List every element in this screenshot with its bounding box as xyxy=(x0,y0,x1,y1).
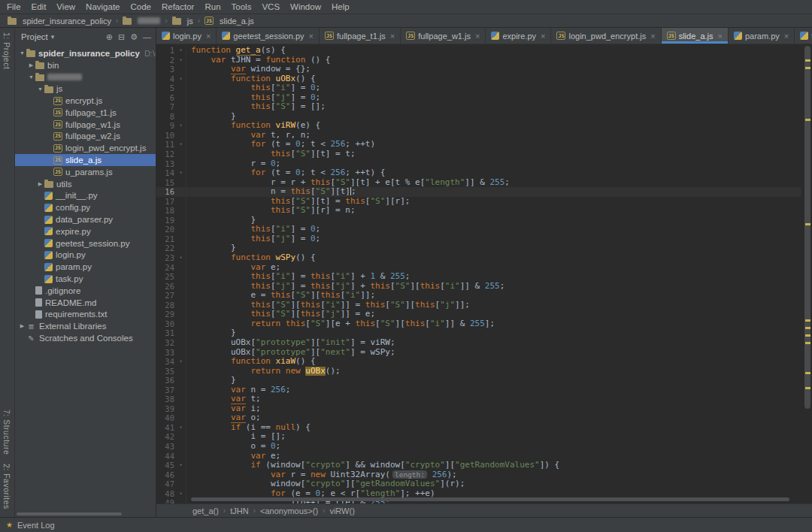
project-item-param.py[interactable]: param.py xyxy=(15,261,156,273)
code-line-29[interactable]: 29 this["S"][this["j"]] = e; xyxy=(156,310,801,319)
close-icon[interactable]: × xyxy=(309,32,314,41)
project-item-utils[interactable]: ▶utils xyxy=(15,178,156,190)
editor-horizontal-scrollbar[interactable] xyxy=(191,497,789,501)
breadcrumb-viRW()[interactable]: viRW() xyxy=(329,506,354,515)
code-line-41[interactable]: 41▾ if (i == null) { xyxy=(156,423,801,433)
code-line-37[interactable]: 37 var n = 256; xyxy=(156,385,801,395)
tree-collapsed-icon[interactable]: ▶ xyxy=(36,181,44,187)
code-line-23[interactable]: 23▾ function wSPy() { xyxy=(156,253,801,263)
breadcrumb-item-redacted[interactable] xyxy=(121,17,162,25)
fold-icon[interactable]: ▾ xyxy=(176,56,186,65)
tree-expanded-icon[interactable]: ▼ xyxy=(36,86,44,92)
code-line-44[interactable]: 44 var e; xyxy=(156,452,801,461)
tree-collapsed-icon[interactable]: ▶ xyxy=(18,323,26,329)
fold-icon[interactable]: ▾ xyxy=(176,489,186,499)
code-line-11[interactable]: 11▾ for (t = 0; t < 256; ++t) xyxy=(156,140,801,150)
project-item-u_params.js[interactable]: JSu_params.js xyxy=(15,166,156,178)
breadcrumb-item-slide_a.js[interactable]: JSslide_a.js xyxy=(203,17,256,26)
project-item-External Libraries[interactable]: ▶≣External Libraries xyxy=(15,320,156,332)
menu-run[interactable]: Run xyxy=(199,0,226,14)
code-line-27[interactable]: 27 e = this["S"][this["i"]]; xyxy=(156,291,801,301)
menu-vcs[interactable]: VCS xyxy=(256,0,285,14)
tab-expire.py[interactable]: expire.py× xyxy=(486,28,551,44)
code-line-21[interactable]: 21 this["j"] = 0; xyxy=(156,234,801,244)
breadcrumb-get_a()[interactable]: get_a() xyxy=(192,506,219,515)
code-line-22[interactable]: 22 } xyxy=(156,243,801,253)
code-line-5[interactable]: 5 this["i"] = 0; xyxy=(156,83,801,93)
menu-tools[interactable]: Tools xyxy=(226,0,257,14)
event-log-label[interactable]: Event Log xyxy=(17,521,55,530)
menu-code[interactable]: Code xyxy=(125,0,156,14)
code-line-34[interactable]: 34▾ function xiaW() { xyxy=(156,357,801,367)
code-line-15[interactable]: 15 r = r + this["S"][t] + e[t % e["lengt… xyxy=(156,178,801,188)
project-item-login_pwd_encrypt.js[interactable]: JSlogin_pwd_encrypt.js xyxy=(15,142,156,154)
breadcrumb-tJHN[interactable]: tJHN xyxy=(230,506,248,515)
project-item-spider_insurance_policy[interactable]: ▼spider_insurance_policyD:\gitlab-rep xyxy=(15,47,156,59)
code-line-9[interactable]: 9▾ function viRW(e) { xyxy=(156,121,801,131)
project-item-fullpage_t1.js[interactable]: JSfullpage_t1.js xyxy=(15,107,156,119)
breadcrumb-item-spider_insurance_policy[interactable]: spider_insurance_policy xyxy=(6,17,113,26)
code-line-45[interactable]: 45▾ if (window["crypto"] && window["cryp… xyxy=(156,461,801,470)
close-icon[interactable]: × xyxy=(784,32,789,41)
project-item-data_parser.py[interactable]: data_parser.py xyxy=(15,213,156,225)
code-line-43[interactable]: 43 o = 0; xyxy=(156,442,801,452)
tool-tab-project[interactable]: 1: Project xyxy=(0,28,14,74)
code-line-1[interactable]: 1▾function get_a(s) { xyxy=(156,46,801,56)
fold-icon[interactable]: ▾ xyxy=(176,253,186,263)
menu-help[interactable]: Help xyxy=(326,0,355,14)
fold-icon[interactable]: ▾ xyxy=(176,121,186,131)
code-editor[interactable]: 1▾function get_a(s) {2▾ var tJHN = funct… xyxy=(156,44,812,503)
project-item-fullpage_w1.js[interactable]: JSfullpage_w1.js xyxy=(15,119,156,131)
code-line-7[interactable]: 7 this["S"] = []; xyxy=(156,102,801,112)
menu-edit[interactable]: Edit xyxy=(26,0,52,14)
code-line-6[interactable]: 6 this["j"] = 0; xyxy=(156,93,801,103)
code-line-46[interactable]: 46 var r = new Uint32Array(length: 256); xyxy=(156,470,801,480)
fold-icon[interactable]: ▾ xyxy=(176,357,186,367)
menu-file[interactable]: File xyxy=(2,0,26,14)
code-line-19[interactable]: 19 } xyxy=(156,216,801,225)
menu-view[interactable]: View xyxy=(51,0,80,14)
project-item-task.py[interactable]: task.py xyxy=(15,273,156,285)
tree-expanded-icon[interactable]: ▼ xyxy=(18,50,26,56)
project-item-requirements.txt[interactable]: requirements.txt xyxy=(15,309,156,321)
project-item-slide_a.js[interactable]: JSslide_a.js xyxy=(15,154,156,166)
collapse-all-icon[interactable]: ⊟ xyxy=(118,32,125,41)
code-line-38[interactable]: 38 var t; xyxy=(156,394,801,404)
code-line-30[interactable]: 30 return this["S"][e + this["S"][this["… xyxy=(156,319,801,329)
code-line-33[interactable]: 33 uOBx["prototype"]["next"] = wSPy; xyxy=(156,348,801,358)
tab-geetest_session.py[interactable]: geetest_session.py× xyxy=(217,28,320,44)
code-line-47[interactable]: 47 window["crypto"]["getRandomValues"](r… xyxy=(156,479,801,489)
code-line-4[interactable]: 4▾ function uOBx() { xyxy=(156,74,801,84)
code-line-18[interactable]: 18 this["S"][r] = n; xyxy=(156,206,801,216)
code-line-24[interactable]: 24 var e; xyxy=(156,263,801,273)
breadcrumb-item-js[interactable]: js xyxy=(171,17,195,26)
tab-slide_a.js[interactable]: JSslide_a.js× xyxy=(662,28,729,44)
code-line-36[interactable]: 36 } xyxy=(156,376,801,385)
tab-login.py[interactable]: login.py× xyxy=(156,28,217,44)
fold-icon[interactable]: ▾ xyxy=(176,423,186,433)
project-panel-title[interactable]: Project xyxy=(21,32,48,41)
code-line-25[interactable]: 25 this["i"] = this["i"] + 1 & 255; xyxy=(156,272,801,282)
code-line-35[interactable]: 35 return new uOBx(); xyxy=(156,367,801,376)
tree-collapsed-icon[interactable]: ▶ xyxy=(27,62,35,68)
close-icon[interactable]: × xyxy=(475,32,480,41)
project-item-Scratches and Consoles[interactable]: ✎Scratches and Consoles xyxy=(15,332,156,344)
fold-icon[interactable]: ▾ xyxy=(176,168,186,178)
settings-icon[interactable]: ⚙ xyxy=(130,32,138,41)
project-item-login.py[interactable]: login.py xyxy=(15,249,156,261)
fold-icon[interactable]: ▾ xyxy=(176,140,186,150)
tab-param.py[interactable]: param.py× xyxy=(729,28,795,44)
code-line-13[interactable]: 13 r = 0; xyxy=(156,159,801,169)
code-line-12[interactable]: 12 this["S"][t] = t; xyxy=(156,150,801,159)
project-item-fullpage_w2.js[interactable]: JSfullpage_w2.js xyxy=(15,131,156,143)
code-line-28[interactable]: 28 this["S"][this["i"]] = this["S"][this… xyxy=(156,301,801,310)
project-item-.gitignore[interactable]: .gitignore xyxy=(15,285,156,297)
close-icon[interactable]: × xyxy=(650,32,655,41)
project-item-geetest_session.py[interactable]: geetest_session.py xyxy=(15,237,156,249)
menu-refactor[interactable]: Refactor xyxy=(156,0,199,14)
code-line-16[interactable]: 16 n = this["S"][t]; xyxy=(156,187,801,197)
tree-expanded-icon[interactable]: ▼ xyxy=(27,74,35,80)
tab-fullpage_t1.js[interactable]: JSfullpage_t1.js× xyxy=(320,28,401,44)
menu-navigate[interactable]: Navigate xyxy=(80,0,125,14)
tool-tab-favorites[interactable]: 2: Favorites xyxy=(0,459,14,514)
